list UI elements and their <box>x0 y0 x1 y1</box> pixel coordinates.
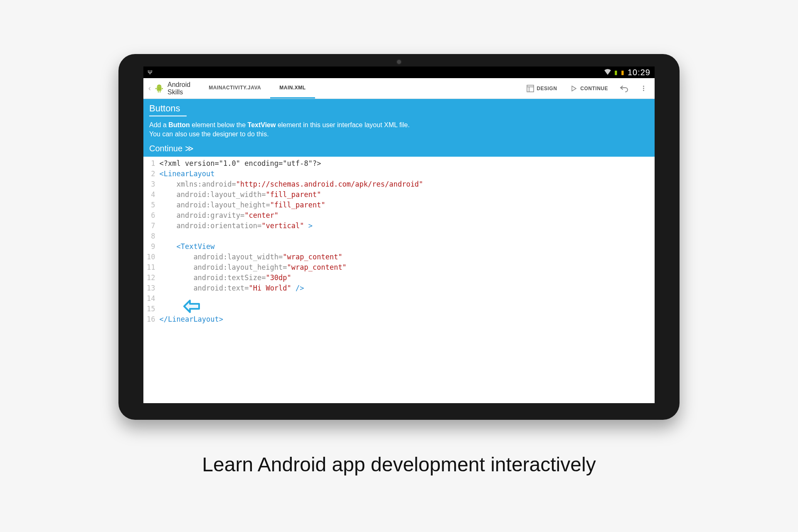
app-home[interactable]: ‹ Android Skills <box>143 78 195 99</box>
status-clock: 10:29 <box>628 68 650 77</box>
status-bar: Ψ ▮ ▮ 10:29 <box>143 66 655 78</box>
android-icon <box>153 83 165 94</box>
battery-icon-2: ▮ <box>621 69 624 76</box>
screen: Ψ ▮ ▮ 10:29 ‹ Android <box>143 66 655 403</box>
wifi-icon <box>604 69 611 76</box>
design-icon <box>527 85 534 92</box>
continue-label: CONTINUE <box>580 86 608 91</box>
overflow-icon <box>643 85 644 92</box>
line-gutter: 12345678910111213141516 <box>143 157 159 403</box>
lesson-banner: Buttons Add a Button element below the T… <box>143 99 655 157</box>
play-icon <box>570 85 578 92</box>
back-icon: ‹ <box>148 84 151 93</box>
svg-rect-4 <box>160 91 160 92</box>
app-name-line1: Android <box>167 81 190 89</box>
lesson-title: Buttons <box>149 103 649 114</box>
cursor-arrow-icon <box>182 299 201 315</box>
tab-mainactivity-java[interactable]: MAINACTIVITY.JAVA <box>200 78 270 99</box>
app-window: ‹ Android Skills MAINACTIVITY.JAVA MAIN.… <box>143 78 655 403</box>
usb-icon: Ψ <box>148 69 153 76</box>
continue-button[interactable]: CONTINUE <box>564 78 614 99</box>
design-button[interactable]: DESIGN <box>521 78 563 99</box>
svg-point-2 <box>162 88 163 89</box>
lesson-continue-link[interactable]: Continue ≫ <box>149 143 649 153</box>
tablet-camera <box>396 59 402 65</box>
svg-point-1 <box>155 88 157 89</box>
undo-button[interactable] <box>616 78 633 99</box>
marketing-caption: Learn Android app development interactiv… <box>0 453 798 476</box>
design-label: DESIGN <box>537 86 557 91</box>
code-editor[interactable]: 12345678910111213141516 <?xml version="1… <box>143 157 655 403</box>
battery-icon: ▮ <box>614 69 618 76</box>
tablet-frame: Ψ ▮ ▮ 10:29 ‹ Android <box>118 54 680 420</box>
svg-rect-5 <box>527 85 534 92</box>
tab-main-xml[interactable]: MAIN.XML <box>270 78 315 99</box>
svg-rect-3 <box>158 91 159 92</box>
code-area[interactable]: <?xml version="1.0" encoding="utf-8"?> <… <box>159 157 423 403</box>
undo-icon <box>620 85 629 92</box>
app-name-line2: Skills <box>167 89 190 96</box>
action-bar: ‹ Android Skills MAINACTIVITY.JAVA MAIN.… <box>143 78 655 99</box>
lesson-title-underline <box>149 116 187 116</box>
overflow-menu-button[interactable] <box>635 78 652 99</box>
svg-rect-0 <box>157 86 162 91</box>
lesson-text: Add a Button element below the TextView … <box>149 121 649 139</box>
